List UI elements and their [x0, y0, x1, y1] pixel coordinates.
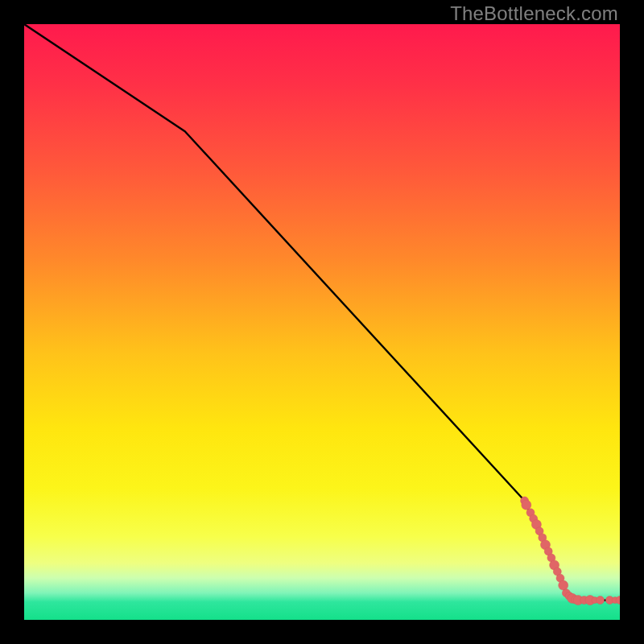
data-dots	[521, 497, 620, 605]
plot-area	[24, 24, 620, 620]
data-dot	[597, 597, 605, 605]
chart-overlay	[24, 24, 620, 620]
data-dot	[522, 500, 531, 510]
watermark-text: TheBottleneck.com	[450, 2, 618, 25]
chart-frame	[0, 0, 644, 644]
data-dot	[559, 580, 568, 590]
